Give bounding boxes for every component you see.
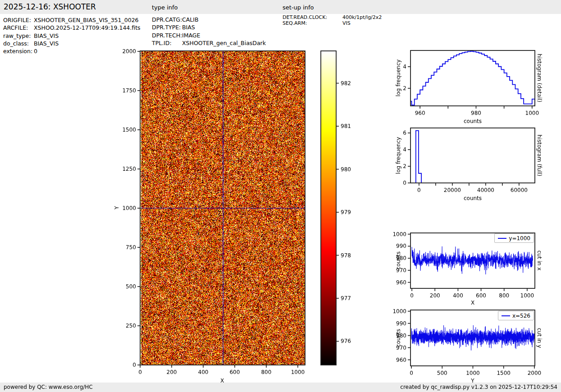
- tick-label: 0: [410, 370, 413, 376]
- hist-full-line: [416, 131, 421, 183]
- cut-y-line: [411, 325, 534, 351]
- tick-label: 960: [396, 279, 406, 286]
- legend-line-sample: [502, 315, 510, 316]
- tick-label: 982: [341, 80, 351, 87]
- cut-y-y-label: counts: [395, 329, 401, 347]
- tick-label: 979: [341, 209, 351, 215]
- footer-credit-left: powered by QC: www.eso.org/HC: [4, 384, 93, 390]
- tick-label: 20000: [444, 187, 461, 193]
- tick-label: 1000: [466, 370, 480, 376]
- tick-label: 0: [417, 187, 421, 193]
- tick-label: 960: [415, 110, 425, 116]
- tick-label: 2000: [122, 48, 136, 55]
- tick-label: 200: [430, 292, 440, 299]
- tick-label: 981: [341, 123, 351, 129]
- legend-cut-y: x=526: [498, 311, 534, 320]
- tick-label: 1000: [392, 308, 406, 315]
- tick-label: 250: [126, 323, 136, 329]
- qc-report-page: 2025-12-16: XSHOOTER type info set-up in…: [0, 0, 561, 392]
- tick-label: 980: [341, 166, 351, 173]
- cut-y-side-label: cut in y: [536, 328, 543, 348]
- main-y-axis-label: Y: [114, 206, 120, 209]
- hist-detail-y-label: log frequency: [395, 59, 401, 96]
- hist-full-y-label: log frequency: [395, 137, 401, 174]
- tick-label: 978: [341, 252, 351, 259]
- hist-detail-x-label: counts: [464, 118, 482, 124]
- tick-label: 1000: [520, 292, 534, 299]
- tick-label: 4: [403, 64, 406, 70]
- tick-label: 600: [476, 292, 486, 299]
- cut-x-side-label: cut in x: [536, 251, 543, 271]
- tick-label: 0: [403, 180, 406, 186]
- tick-label: 976: [341, 338, 351, 344]
- footer-credit-right: created by qc_rawdisp.py v1.2.3 on 2025-…: [400, 384, 557, 390]
- legend-label: y=1000: [509, 235, 530, 242]
- tick-label: 60000: [511, 187, 528, 193]
- tick-label: 500: [437, 370, 447, 376]
- hist-detail-side-label: histogram (detail): [536, 54, 543, 102]
- tick-label: 1500: [497, 370, 511, 376]
- cut-x-x-label: X: [471, 300, 474, 306]
- tick-label: 1000: [291, 369, 305, 375]
- legend-label: x=526: [512, 313, 530, 319]
- tick-label: 800: [261, 369, 271, 375]
- tick-label: 2000: [528, 370, 542, 376]
- hist-full-frame: [410, 128, 535, 183]
- tick-label: 990: [396, 243, 406, 249]
- tick-label: 1000: [525, 110, 539, 116]
- tick-label: 977: [341, 295, 351, 301]
- hist-full-side-label: histogram (full): [536, 135, 543, 177]
- cut-x-y-label: counts: [395, 251, 401, 269]
- tick-label: 2: [403, 163, 406, 169]
- hist-detail-line: [409, 51, 535, 106]
- tick-label: 0: [138, 369, 142, 375]
- tick-label: 200: [167, 369, 177, 375]
- tick-label: 1750: [122, 87, 136, 94]
- tick-label: 990: [396, 320, 406, 327]
- tick-label: 1500: [122, 127, 136, 133]
- legend-cut-x: y=1000: [494, 233, 534, 243]
- tick-label: 0: [132, 362, 136, 368]
- tick-label: 2: [403, 85, 406, 91]
- tick-label: 960: [396, 357, 406, 363]
- cut-x-line: [412, 246, 533, 274]
- tick-label: 1250: [122, 166, 136, 172]
- legend-line-sample: [498, 238, 506, 239]
- tick-label: 0: [410, 292, 414, 299]
- tick-label: 40000: [477, 187, 494, 193]
- tick-label: 6: [403, 130, 406, 136]
- hist-full-x-label: counts: [464, 195, 482, 201]
- main-x-axis-label: X: [220, 378, 224, 384]
- tick-label: 500: [126, 283, 136, 290]
- tick-label: 4: [403, 146, 406, 153]
- cut-y-x-label: Y: [471, 378, 474, 384]
- tick-label: 600: [229, 369, 240, 375]
- colorbar-frame: [321, 51, 336, 365]
- tick-label: 1000: [392, 231, 406, 237]
- tick-label: 980: [471, 110, 481, 116]
- tick-label: 750: [126, 244, 136, 251]
- tick-label: 1000: [122, 205, 136, 211]
- tick-label: 400: [198, 369, 209, 375]
- tick-label: 800: [499, 292, 509, 299]
- tick-label: 400: [453, 292, 463, 299]
